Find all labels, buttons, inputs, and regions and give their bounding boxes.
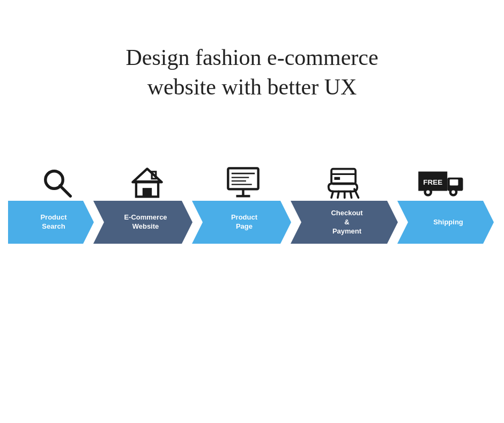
icons-row: FREE <box>11 166 493 201</box>
svg-marker-2 <box>132 169 161 183</box>
step-label-product-page: ProductPage <box>220 213 263 231</box>
title-line1: Design fashion e-commerce <box>125 45 378 70</box>
svg-rect-13 <box>331 169 355 184</box>
svg-rect-6 <box>228 169 258 189</box>
svg-rect-15 <box>334 177 340 180</box>
icon-slot-shipping: FREE <box>395 166 488 201</box>
payment-icon <box>323 166 363 201</box>
icon-slot-product-page <box>195 166 291 201</box>
diagram-section: FREE ProductSearch <box>0 166 504 244</box>
search-icon <box>40 166 75 201</box>
arrows-row: ProductSearch E-CommerceWebsite ProductP… <box>8 201 501 244</box>
title-section: Design fashion e-commerce website with b… <box>125 43 378 101</box>
step-label-product-search: ProductSearch <box>29 213 72 231</box>
title-line2: website with better UX <box>147 75 357 99</box>
step-label-shipping: Shipping <box>423 218 469 227</box>
svg-line-1 <box>60 186 71 196</box>
svg-text:FREE: FREE <box>423 179 442 187</box>
svg-point-21 <box>426 191 430 194</box>
icon-slot-checkout <box>291 166 395 201</box>
step-ecommerce-website: E-CommerceWebsite <box>93 201 192 244</box>
monitor-icon <box>226 166 261 201</box>
page-title: Design fashion e-commerce website with b… <box>125 43 378 101</box>
step-label-ecommerce-website: E-CommerceWebsite <box>113 213 172 231</box>
step-shipping: Shipping <box>397 201 494 244</box>
svg-rect-19 <box>450 179 458 185</box>
step-label-checkout-payment: Checkout&Payment <box>320 209 368 236</box>
truck-icon: FREE <box>417 166 465 201</box>
step-product-search: ProductSearch <box>8 201 94 244</box>
step-product-page: ProductPage <box>192 201 291 244</box>
step-checkout-payment: Checkout&Payment <box>291 201 398 244</box>
icon-slot-product-search <box>16 166 99 201</box>
home-icon <box>130 166 165 201</box>
svg-rect-4 <box>143 188 152 196</box>
icon-slot-ecommerce <box>99 166 195 201</box>
svg-point-23 <box>451 191 455 194</box>
